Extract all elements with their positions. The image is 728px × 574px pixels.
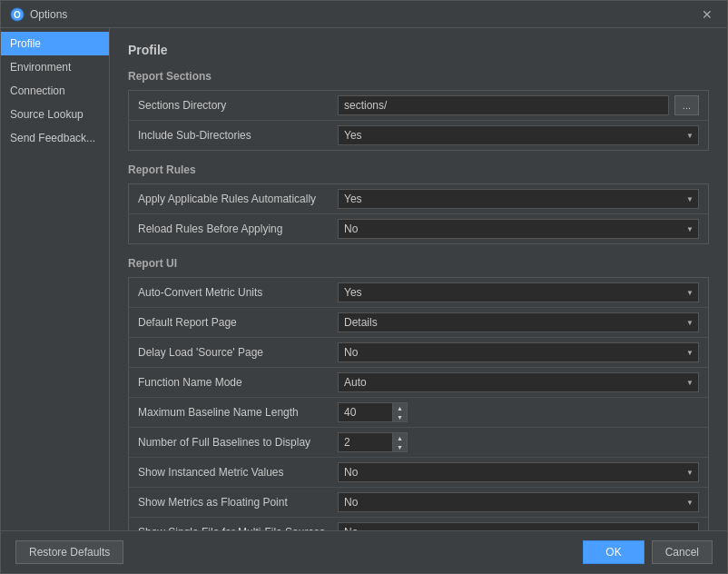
dropdown-show-metrics-floating[interactable]: YesNo (338, 492, 699, 512)
control-max-baseline-name-length: ▲▼ (338, 402, 699, 422)
dropdown-wrap-default-report-page: DetailsSummary (338, 312, 699, 332)
spinner-wrap-num-full-baselines: ▲▼ (338, 432, 699, 452)
dropdown-wrap-show-instanced-metric: YesNo (338, 462, 699, 482)
section-report-rules: Apply Applicable Rules AutomaticallyYesN… (128, 183, 709, 244)
control-show-metrics-floating: YesNo (338, 492, 699, 512)
dropdown-wrap-show-metrics-floating: YesNo (338, 492, 699, 512)
cancel-button[interactable]: Cancel (652, 540, 713, 564)
dir-row-sections-directory: ... (338, 95, 699, 115)
title-bar: O Options ✕ (1, 1, 727, 28)
spinner-input-max-baseline-name-length[interactable] (338, 402, 392, 422)
dropdown-auto-convert-metric[interactable]: YesNo (338, 282, 699, 302)
spinner-input-num-full-baselines[interactable] (338, 432, 392, 452)
sidebar-item-profile[interactable]: Profile (1, 32, 109, 55)
label-show-instanced-metric: Show Instanced Metric Values (138, 466, 338, 479)
control-num-full-baselines: ▲▼ (338, 432, 699, 452)
dropdown-wrap-function-name-mode: AutoDemangledRaw (338, 372, 699, 392)
close-button[interactable]: ✕ (696, 6, 718, 23)
control-include-subdirectories: YesNo (338, 125, 699, 145)
spinner-buttons-max-baseline-name-length: ▲▼ (392, 402, 408, 422)
options-dialog: O Options ✕ ProfileEnvironmentConnection… (0, 0, 728, 574)
dir-input-sections-directory[interactable] (338, 95, 669, 115)
section-title-report-sections: Report Sections (128, 70, 709, 83)
dialog-body: ProfileEnvironmentConnectionSource Looku… (1, 28, 727, 530)
control-sections-directory: ... (338, 95, 699, 115)
spinner-up-num-full-baselines[interactable]: ▲ (393, 433, 407, 442)
restore-defaults-button[interactable]: Restore Defaults (15, 540, 123, 564)
label-apply-rules-auto: Apply Applicable Rules Automatically (138, 193, 338, 205)
footer: Restore Defaults OK Cancel (1, 530, 727, 573)
row-apply-rules-auto: Apply Applicable Rules AutomaticallyYesN… (129, 184, 708, 214)
spinner-up-max-baseline-name-length[interactable]: ▲ (393, 403, 407, 412)
dropdown-include-subdirectories[interactable]: YesNo (338, 125, 699, 145)
label-max-baseline-name-length: Maximum Baseline Name Length (138, 406, 338, 419)
dropdown-wrap-show-single-file: YesNo (338, 522, 699, 530)
footer-right: OK Cancel (583, 540, 713, 564)
dropdown-apply-rules-auto[interactable]: YesNo (338, 189, 699, 209)
control-default-report-page: DetailsSummary (338, 312, 699, 332)
spinner-buttons-num-full-baselines: ▲▼ (392, 432, 408, 452)
row-show-metrics-floating: Show Metrics as Floating PointYesNo (129, 488, 708, 518)
dialog-title: Options (30, 8, 67, 21)
row-delay-load-source: Delay Load 'Source' PageYesNo (129, 338, 708, 368)
main-content: Profile Report SectionsSections Director… (110, 28, 727, 530)
label-delay-load-source: Delay Load 'Source' Page (138, 346, 338, 359)
row-default-report-page: Default Report PageDetailsSummary (129, 308, 708, 338)
label-default-report-page: Default Report Page (138, 316, 338, 329)
section-report-ui: Auto-Convert Metric UnitsYesNoDefault Re… (128, 277, 709, 530)
spinner-down-max-baseline-name-length[interactable]: ▼ (393, 412, 407, 421)
row-function-name-mode: Function Name ModeAutoDemangledRaw (129, 368, 708, 398)
sidebar-item-send-feedback[interactable]: Send Feedback... (1, 126, 109, 150)
sidebar: ProfileEnvironmentConnectionSource Looku… (1, 28, 110, 530)
control-auto-convert-metric: YesNo (338, 282, 699, 302)
row-sections-directory: Sections Directory... (129, 91, 708, 121)
dropdown-wrap-reload-rules: YesNo (338, 219, 699, 239)
dropdown-function-name-mode[interactable]: AutoDemangledRaw (338, 372, 699, 392)
dropdown-wrap-delay-load-source: YesNo (338, 342, 699, 362)
label-include-subdirectories: Include Sub-Directories (138, 129, 338, 142)
spinner-wrap-max-baseline-name-length: ▲▼ (338, 402, 699, 422)
svg-text:O: O (14, 10, 21, 20)
sidebar-item-environment[interactable]: Environment (1, 55, 109, 79)
page-title: Profile (128, 43, 709, 57)
ok-button[interactable]: OK (583, 540, 644, 564)
title-bar-left: O Options (10, 7, 67, 22)
dropdown-show-instanced-metric[interactable]: YesNo (338, 462, 699, 482)
sidebar-item-source-lookup[interactable]: Source Lookup (1, 103, 109, 126)
label-reload-rules: Reload Rules Before Applying (138, 223, 338, 235)
dropdown-delay-load-source[interactable]: YesNo (338, 342, 699, 362)
row-show-single-file: Show Single File for Multi-File SourcesY… (129, 518, 708, 530)
dropdown-reload-rules[interactable]: YesNo (338, 219, 699, 239)
dropdown-default-report-page[interactable]: DetailsSummary (338, 312, 699, 332)
section-title-report-rules: Report Rules (128, 163, 709, 176)
section-report-sections: Sections Directory...Include Sub-Directo… (128, 90, 709, 151)
control-function-name-mode: AutoDemangledRaw (338, 372, 699, 392)
row-auto-convert-metric: Auto-Convert Metric UnitsYesNo (129, 278, 708, 308)
control-show-single-file: YesNo (338, 522, 699, 530)
row-show-instanced-metric: Show Instanced Metric ValuesYesNo (129, 458, 708, 488)
label-num-full-baselines: Number of Full Baselines to Display (138, 436, 338, 449)
label-show-metrics-floating: Show Metrics as Floating Point (138, 496, 338, 509)
dropdown-wrap-auto-convert-metric: YesNo (338, 282, 699, 302)
row-max-baseline-name-length: Maximum Baseline Name Length▲▼ (129, 398, 708, 428)
dropdown-wrap-apply-rules-auto: YesNo (338, 189, 699, 209)
control-reload-rules: YesNo (338, 219, 699, 239)
label-sections-directory: Sections Directory (138, 99, 338, 112)
row-reload-rules: Reload Rules Before ApplyingYesNo (129, 214, 708, 243)
control-apply-rules-auto: YesNo (338, 189, 699, 209)
sidebar-item-connection[interactable]: Connection (1, 79, 109, 103)
label-auto-convert-metric: Auto-Convert Metric Units (138, 286, 338, 299)
browse-button-sections-directory[interactable]: ... (674, 95, 699, 115)
control-delay-load-source: YesNo (338, 342, 699, 362)
label-function-name-mode: Function Name Mode (138, 376, 338, 389)
control-show-instanced-metric: YesNo (338, 462, 699, 482)
dropdown-show-single-file[interactable]: YesNo (338, 522, 699, 530)
row-num-full-baselines: Number of Full Baselines to Display▲▼ (129, 428, 708, 458)
section-title-report-ui: Report UI (128, 257, 709, 270)
dropdown-wrap-include-subdirectories: YesNo (338, 125, 699, 145)
spinner-down-num-full-baselines[interactable]: ▼ (393, 442, 407, 451)
app-icon: O (10, 7, 25, 22)
row-include-subdirectories: Include Sub-DirectoriesYesNo (129, 121, 708, 150)
